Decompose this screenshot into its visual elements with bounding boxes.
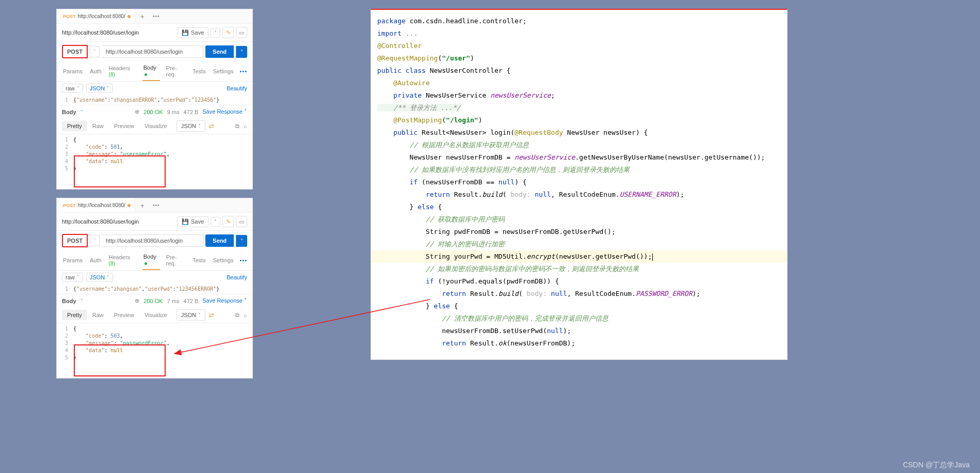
response-body-caret-icon[interactable]: ˅	[81, 298, 83, 304]
comment-icon[interactable]: ▭	[236, 216, 247, 227]
beautify-button[interactable]: Beautify	[227, 274, 247, 280]
tab-method-badge: POST	[63, 203, 76, 208]
raw-select[interactable]: raw ˅	[62, 84, 83, 93]
send-dropdown[interactable]: ˅	[236, 46, 247, 58]
save-dropdown[interactable]: ˅	[211, 28, 220, 38]
response-view-options: Pretty Raw Preview Visualize JSON ˅ ⇄ ⧉ …	[57, 307, 252, 323]
save-response-button[interactable]: Save Response ˅	[202, 108, 247, 115]
response-size: 472 B	[184, 109, 199, 115]
view-pretty[interactable]: Pretty	[62, 310, 87, 320]
tab-prereq[interactable]: Pre-req.	[165, 62, 186, 81]
view-pretty[interactable]: Pretty	[62, 121, 87, 131]
comment-icon[interactable]: ▭	[236, 27, 247, 38]
status-code: 200 OK	[143, 109, 163, 115]
tab-title: http://localhost:8080/	[78, 13, 125, 19]
tab-settings[interactable]: Settings	[212, 65, 235, 77]
send-button[interactable]: Send	[205, 45, 234, 58]
save-dropdown[interactable]: ˅	[211, 217, 220, 227]
globe-icon[interactable]: ⊕	[135, 297, 139, 304]
request-name-row: http://localhost:8080/user/login 💾 Save …	[57, 24, 252, 42]
response-size: 472 B	[184, 298, 199, 304]
response-status-bar: Body ˅ ⊕ 200 OK 9 ms 472 B Save Response…	[57, 105, 252, 118]
request-body-editor[interactable]: 1 {"username":"zhangsan","userPwd":"1234…	[57, 284, 252, 294]
view-preview[interactable]: Preview	[109, 121, 139, 131]
globe-icon[interactable]: ⊕	[135, 108, 139, 115]
tab-settings[interactable]: Settings	[212, 254, 235, 266]
tab-auth[interactable]: Auth	[89, 65, 103, 77]
postman-request-panel-1: POST http://localhost:8080/ + ••• http:/…	[56, 9, 253, 190]
tab-overflow-button[interactable]: •••	[150, 202, 163, 208]
request-tab[interactable]: POST http://localhost:8080/	[59, 198, 135, 212]
url-input[interactable]: http://localhost:8080/user/login	[102, 45, 203, 58]
response-body-label[interactable]: Body	[62, 298, 76, 304]
save-button[interactable]: 💾 Save	[177, 27, 208, 38]
save-response-button[interactable]: Save Response ˅	[202, 297, 247, 304]
http-method-select[interactable]: POST	[62, 45, 88, 58]
url-row: POST ˅ http://localhost:8080/user/login …	[57, 42, 252, 61]
java-code-editor[interactable]: package com.csdn.headline.controller; im…	[371, 9, 788, 360]
response-highlight-box	[74, 155, 166, 187]
tab-title: http://localhost:8080/	[78, 202, 125, 208]
copy-icon[interactable]: ⧉	[235, 123, 239, 130]
http-method-select[interactable]: POST	[62, 234, 88, 247]
request-tabs: Params Auth Headers (8) Body Pre-req. Te…	[57, 250, 252, 271]
postman-request-panel-2: POST http://localhost:8080/ + ••• http:/…	[56, 198, 253, 379]
response-time: 7 ms	[167, 298, 180, 304]
tab-tests[interactable]: Tests	[191, 254, 207, 266]
request-tab[interactable]: POST http://localhost:8080/	[59, 9, 135, 23]
view-visualize[interactable]: Visualize	[139, 310, 172, 320]
line-number: 1	[62, 286, 68, 292]
new-tab-button[interactable]: +	[135, 12, 150, 21]
new-tab-button[interactable]: +	[135, 201, 150, 210]
body-content: {"username":"zhangsan","userPwd":"123456…	[73, 286, 219, 292]
response-highlight-box	[74, 344, 166, 376]
tab-body[interactable]: Body	[142, 61, 160, 81]
tab-bar: POST http://localhost:8080/ + •••	[57, 198, 252, 213]
save-button[interactable]: 💾 Save	[177, 216, 208, 227]
unsaved-dot-icon	[127, 204, 131, 207]
send-dropdown[interactable]: ˅	[236, 235, 247, 247]
url-input[interactable]: http://localhost:8080/user/login	[102, 234, 203, 247]
method-caret[interactable]: ˅	[90, 235, 100, 246]
view-visualize[interactable]: Visualize	[139, 121, 172, 131]
raw-select[interactable]: raw ˅	[62, 273, 83, 282]
method-caret[interactable]: ˅	[90, 46, 100, 57]
req-more-button[interactable]: •••	[239, 257, 247, 263]
tab-tests[interactable]: Tests	[191, 65, 207, 77]
req-more-button[interactable]: •••	[239, 68, 247, 74]
response-format-select[interactable]: JSON ˅	[176, 120, 205, 132]
view-raw[interactable]: Raw	[87, 310, 109, 320]
body-options: raw ˅ JSON ˅ Beautify	[57, 82, 252, 95]
response-body-label[interactable]: Body	[62, 109, 76, 115]
view-raw[interactable]: Raw	[87, 121, 109, 131]
tab-overflow-button[interactable]: •••	[150, 13, 163, 19]
tab-auth[interactable]: Auth	[89, 254, 103, 266]
request-name: http://localhost:8080/user/login	[62, 218, 139, 225]
request-name: http://localhost:8080/user/login	[62, 29, 139, 36]
view-preview[interactable]: Preview	[109, 310, 139, 320]
search-icon[interactable]: ⌕	[244, 123, 247, 130]
tab-body[interactable]: Body	[142, 250, 160, 270]
response-view-options: Pretty Raw Preview Visualize JSON ˅ ⇄ ⧉ …	[57, 118, 252, 134]
wrap-lines-icon[interactable]: ⇄	[208, 122, 214, 130]
wrap-lines-icon[interactable]: ⇄	[208, 311, 214, 319]
response-body-caret-icon[interactable]: ˅	[81, 109, 83, 115]
tab-params[interactable]: Params	[62, 65, 84, 77]
tab-params[interactable]: Params	[62, 254, 84, 266]
beautify-button[interactable]: Beautify	[227, 85, 247, 91]
request-body-editor[interactable]: 1 {"username":"zhangsanERROR","userPwd":…	[57, 95, 252, 105]
search-icon[interactable]: ⌕	[244, 312, 247, 319]
edit-icon[interactable]: ✎	[222, 216, 234, 227]
edit-icon[interactable]: ✎	[222, 27, 234, 38]
url-row: POST ˅ http://localhost:8080/user/login …	[57, 231, 252, 250]
body-active-dot-icon	[144, 73, 147, 76]
tab-headers[interactable]: Headers (8)	[108, 62, 137, 81]
send-button[interactable]: Send	[205, 234, 234, 247]
tab-prereq[interactable]: Pre-req.	[165, 251, 186, 270]
response-status-bar: Body ˅ ⊕ 200 OK 7 ms 472 B Save Response…	[57, 294, 252, 307]
json-select[interactable]: JSON ˅	[86, 273, 113, 282]
response-format-select[interactable]: JSON ˅	[176, 309, 205, 321]
copy-icon[interactable]: ⧉	[235, 312, 239, 319]
json-select[interactable]: JSON ˅	[86, 84, 113, 93]
tab-headers[interactable]: Headers (8)	[108, 251, 137, 270]
